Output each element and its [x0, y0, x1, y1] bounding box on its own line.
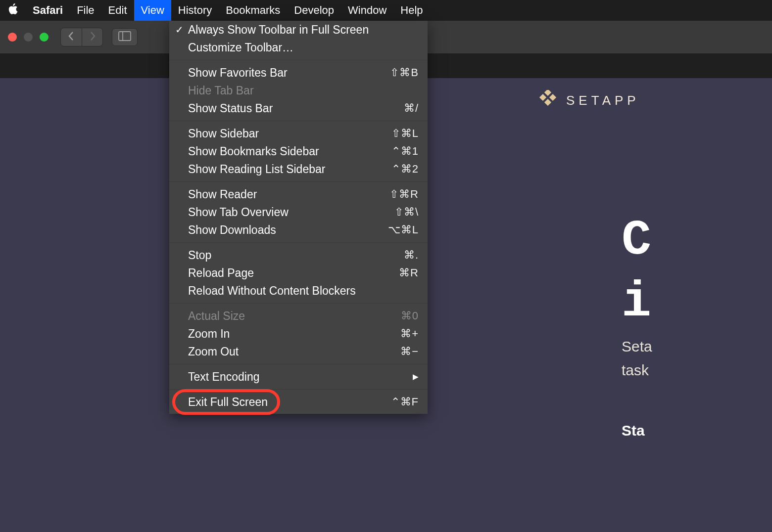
menu-item-shortcut: ⌃⌘2 [391, 163, 419, 176]
macos-menubar: Safari File Edit View History Bookmarks … [0, 0, 772, 21]
menu-item-show-tab-overview[interactable]: Show Tab Overview⇧⌘\ [169, 203, 428, 221]
menu-item-shortcut: ⌘− [400, 345, 419, 358]
menu-item-always-show-toolbar-in-full-screen[interactable]: Always Show Toolbar in Full Screen [169, 21, 428, 39]
menubar-item-window[interactable]: Window [341, 0, 393, 21]
menu-item-shortcut: ⌘0 [401, 310, 419, 322]
menubar-item-bookmarks[interactable]: Bookmarks [219, 0, 287, 21]
menu-item-label: Show Reader [188, 188, 389, 201]
menu-item-show-bookmarks-sidebar[interactable]: Show Bookmarks Sidebar⌃⌘1 [169, 142, 428, 160]
menubar-item-edit[interactable]: Edit [101, 0, 134, 21]
menu-item-label: Text Encoding [188, 370, 419, 384]
menu-separator [169, 60, 428, 60]
setapp-brand-text: SETAPP [566, 93, 640, 108]
window-traffic-lights [8, 33, 48, 42]
menu-item-reload-without-content-blockers[interactable]: Reload Without Content Blockers [169, 282, 428, 300]
sidebar-icon [118, 31, 131, 43]
svg-rect-2 [544, 90, 551, 96]
menu-item-shortcut: ⇧⌘B [390, 66, 419, 79]
menu-item-shortcut: ⌃⌘F [391, 396, 419, 408]
menu-item-show-status-bar[interactable]: Show Status Bar⌘/ [169, 99, 428, 117]
menu-item-show-sidebar[interactable]: Show Sidebar⇧⌘L [169, 125, 428, 142]
menu-separator [169, 303, 428, 304]
chevron-right-icon [89, 31, 96, 43]
menu-item-hide-tab-bar: Hide Tab Bar [169, 82, 428, 99]
menu-item-label: Show Tab Overview [188, 206, 394, 219]
menu-item-shortcut: ⇧⌘R [389, 188, 419, 201]
menu-item-stop[interactable]: Stop⌘. [169, 246, 428, 264]
menu-item-label: Stop [188, 249, 404, 262]
svg-rect-0 [119, 32, 131, 41]
menu-item-shortcut: ⇧⌘L [391, 127, 419, 140]
chevron-left-icon [68, 31, 75, 43]
menu-item-show-favorites-bar[interactable]: Show Favorites Bar⇧⌘B [169, 64, 428, 82]
menubar-app-name[interactable]: Safari [26, 4, 70, 17]
menu-separator [169, 242, 428, 243]
setapp-brand[interactable]: SETAPP [538, 90, 640, 111]
menu-item-label: Zoom In [188, 327, 400, 341]
menu-item-label: Show Sidebar [188, 127, 391, 140]
menubar-item-file[interactable]: File [70, 0, 101, 21]
view-menu-dropdown: Always Show Toolbar in Full ScreenCustom… [169, 21, 428, 414]
menu-item-shortcut: ⌘. [404, 249, 419, 262]
menu-item-zoom-in[interactable]: Zoom In⌘+ [169, 325, 428, 343]
menu-item-shortcut: ⌥⌘L [388, 223, 419, 236]
menu-item-label: Show Favorites Bar [188, 66, 390, 80]
fullscreen-window-button[interactable] [40, 33, 48, 42]
menu-item-show-reader[interactable]: Show Reader⇧⌘R [169, 185, 428, 203]
menubar-item-history[interactable]: History [171, 0, 219, 21]
menu-separator [169, 364, 428, 364]
menu-item-shortcut: ⌘+ [400, 327, 419, 340]
menu-item-label: Always Show Toolbar in Full Screen [188, 23, 419, 37]
forward-button[interactable] [82, 28, 102, 46]
menu-item-shortcut: ⌘R [399, 266, 419, 279]
menu-item-zoom-out[interactable]: Zoom Out⌘− [169, 343, 428, 360]
page-subtext-line3: Sta [622, 422, 645, 439]
menu-item-label: Customize Toolbar… [188, 41, 419, 54]
svg-rect-4 [549, 94, 556, 101]
menu-separator [169, 121, 428, 121]
menu-item-actual-size: Actual Size⌘0 [169, 307, 428, 325]
menu-item-label: Show Bookmarks Sidebar [188, 145, 391, 158]
menu-item-show-downloads[interactable]: Show Downloads⌥⌘L [169, 221, 428, 239]
menu-item-shortcut: ⇧⌘\ [394, 206, 419, 219]
setapp-logo-icon [538, 90, 557, 111]
menu-item-shortcut: ⌃⌘1 [391, 145, 419, 158]
menu-item-exit-full-screen[interactable]: Exit Full Screen⌃⌘F [169, 393, 428, 411]
menubar-item-view[interactable]: View [134, 0, 171, 21]
menu-item-label: Show Reading List Sidebar [188, 163, 391, 176]
svg-rect-5 [544, 99, 551, 106]
menu-item-label: Actual Size [188, 310, 401, 323]
back-button[interactable] [61, 28, 82, 46]
menubar-item-develop[interactable]: Develop [287, 0, 341, 21]
svg-rect-3 [539, 94, 546, 101]
menu-item-shortcut: ⌘/ [404, 102, 419, 115]
minimize-window-button[interactable] [24, 33, 33, 42]
menu-separator [169, 181, 428, 182]
menu-item-show-reading-list-sidebar[interactable]: Show Reading List Sidebar⌃⌘2 [169, 160, 428, 178]
menubar-item-help[interactable]: Help [393, 0, 430, 21]
apple-menu[interactable] [0, 3, 26, 18]
menu-item-label: Reload Page [188, 266, 399, 280]
close-window-button[interactable] [8, 33, 17, 42]
show-sidebar-button[interactable] [112, 28, 138, 46]
menu-item-label: Show Downloads [188, 223, 388, 237]
menu-item-customize-toolbar[interactable]: Customize Toolbar… [169, 39, 428, 56]
menu-item-label: Exit Full Screen [188, 396, 391, 409]
menu-item-reload-page[interactable]: Reload Page⌘R [169, 264, 428, 282]
apple-logo-icon [7, 3, 18, 18]
page-subtext-line1: Seta [622, 338, 652, 355]
menu-item-label: Show Status Bar [188, 102, 404, 115]
menu-item-label: Reload Without Content Blockers [188, 284, 419, 298]
menu-separator [169, 389, 428, 390]
menu-item-label: Hide Tab Bar [188, 84, 419, 97]
menu-item-label: Zoom Out [188, 345, 400, 358]
page-headline: C i [622, 210, 651, 333]
menu-item-text-encoding[interactable]: Text Encoding [169, 368, 428, 386]
page-subtext-line2: task [622, 362, 649, 379]
back-forward-group [60, 28, 103, 46]
